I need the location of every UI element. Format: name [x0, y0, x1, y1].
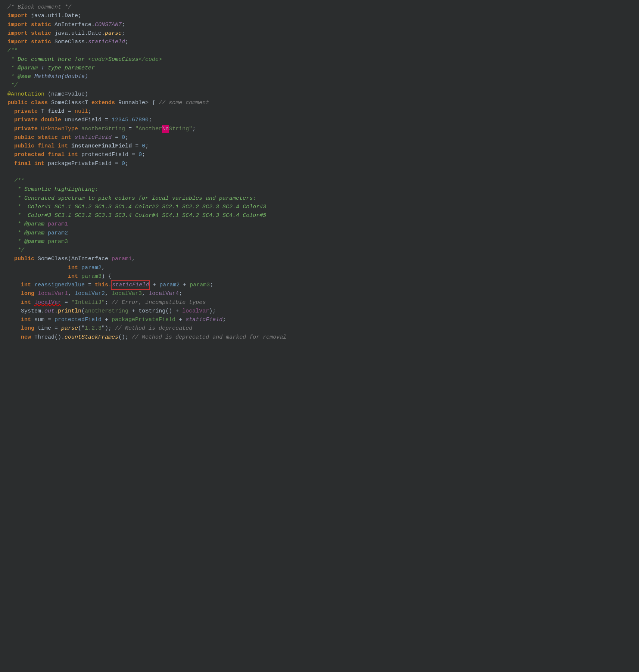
- code-line-9: * @see Math#sin(double): [0, 72, 639, 81]
- code-line-13: private T field = null;: [0, 107, 639, 116]
- code-line-6: /**: [0, 46, 639, 55]
- code-line-19: final int packagePrivateField = 0;: [0, 159, 639, 168]
- code-line-2: import java.util.Date;: [0, 12, 639, 20]
- code-line-35: int localVar = "IntelliJ"; // Error, inc…: [0, 298, 639, 307]
- code-line-23: * Generated spectrum to pick colors for …: [0, 194, 639, 203]
- code-line-37: int sum = protectedField + packagePrivat…: [0, 315, 639, 324]
- code-line-5: import static SomeClass.staticField;: [0, 38, 639, 46]
- code-line-26: * @param param1: [0, 220, 639, 228]
- code-line-22: * Semantic highlighting:: [0, 185, 639, 194]
- code-line-16: public static int staticField = 0;: [0, 133, 639, 142]
- code-line-20: [0, 168, 639, 177]
- code-line-30: public SomeClass(AnInterface param1,: [0, 255, 639, 263]
- code-line-39: new Thread().countStackFrames(); // Meth…: [0, 333, 639, 342]
- code-line-17: public final int instanceFinalField = 0;: [0, 142, 639, 150]
- code-line-36: System.out.println(anotherString + toStr…: [0, 307, 639, 315]
- code-line-15: private UnknownType anotherString = "Ano…: [0, 125, 639, 133]
- code-line-4: import static java.util.Date.parse;: [0, 29, 639, 38]
- code-line-34: long localVar1, localVar2, localVar3, lo…: [0, 289, 639, 298]
- code-line-25: * Color#3 SC3.1 SC3.2 SC3.3 SC3.4 Color#…: [0, 211, 639, 220]
- code-line-14: private double unusedField = 12345.67890…: [0, 116, 639, 124]
- code-line-1: /* Block comment */: [0, 3, 639, 12]
- code-line-32: int param3) {: [0, 272, 639, 281]
- block-comment: /* Block comment */: [7, 3, 71, 12]
- code-line-33: int reassignedValue = this.staticField +…: [0, 281, 639, 289]
- code-line-8: * @param T type parameter: [0, 64, 639, 72]
- code-line-7: * Doc comment here for <code>SomeClass</…: [0, 55, 639, 64]
- code-line-27: * @param param2: [0, 229, 639, 237]
- code-line-11: @Annotation (name=value): [0, 90, 639, 99]
- code-line-10: */: [0, 81, 639, 90]
- code-line-24: * Color#1 SC1.1 SC1.2 SC1.3 SC1.4 Color#…: [0, 203, 639, 211]
- code-line-29: */: [0, 246, 639, 255]
- code-line-12: public class SomeClass<T extends Runnabl…: [0, 99, 639, 107]
- code-editor[interactable]: /* Block comment */ import java.util.Dat…: [0, 0, 639, 672]
- code-line-31: int param2,: [0, 264, 639, 272]
- code-line-38: long time = parse("1.2.3"); // Method is…: [0, 324, 639, 333]
- code-line-28: * @param param3: [0, 237, 639, 246]
- code-line-3: import static AnInterface.CONSTANT;: [0, 21, 639, 29]
- code-line-21: /**: [0, 177, 639, 185]
- code-line-18: protected final int protectedField = 0;: [0, 150, 639, 159]
